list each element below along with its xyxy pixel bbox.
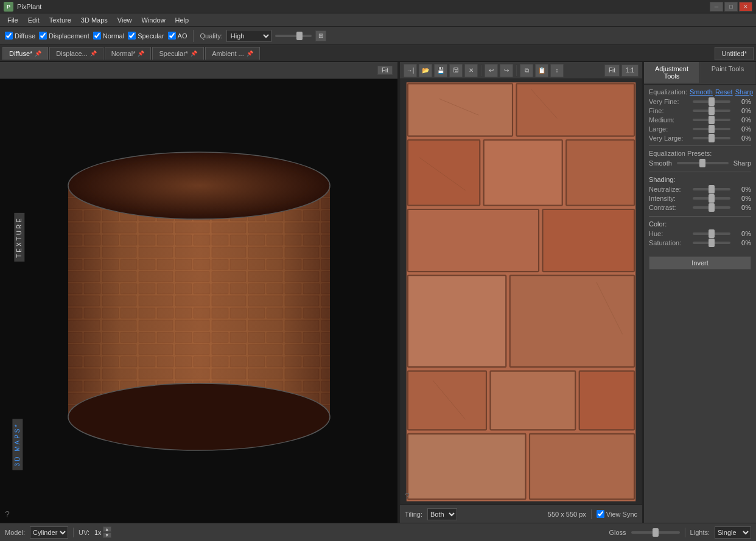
- shading-header: Shading:: [649, 176, 751, 183]
- titlebar: P PixPlant ─ □ ✕: [0, 0, 756, 13]
- check-ao[interactable]: AO: [168, 32, 187, 40]
- save-as-button[interactable]: 🖫: [449, 64, 463, 77]
- undo-button[interactable]: ↩: [485, 64, 498, 77]
- sidebar-tabs: Adjustment Tools Paint Tools: [644, 62, 756, 85]
- very-large-slider[interactable]: [693, 137, 730, 139]
- sharp-preset-label: Sharp: [733, 159, 751, 167]
- open-button[interactable]: 📂: [419, 64, 432, 77]
- pin-icon: 📌: [35, 51, 41, 57]
- close-doc-button[interactable]: ✕: [464, 64, 478, 77]
- separator-2: [481, 65, 481, 76]
- very-large-row: Very Large: 0%: [649, 134, 751, 142]
- panel-texture: →| 📂 💾 🖫 ✕ ↩ ↪ ⧉ 📋 ↕ Fit 1:1: [399, 62, 643, 523]
- check-displacement[interactable]: Displacement: [39, 32, 89, 40]
- texture-panel-toolbar: →| 📂 💾 🖫 ✕ ↩ ↪ ⧉ 📋 ↕ Fit 1:1: [400, 62, 642, 79]
- medium-label: Medium:: [649, 116, 690, 124]
- close-button[interactable]: ✕: [739, 2, 752, 12]
- check-normal[interactable]: Normal: [93, 32, 124, 40]
- hue-label: Hue:: [649, 230, 690, 237]
- contrast-slider[interactable]: [693, 206, 730, 209]
- tab-specular[interactable]: Specular* 📌: [152, 47, 204, 60]
- flip-button[interactable]: ↕: [550, 64, 564, 77]
- menu-file[interactable]: File: [2, 15, 23, 25]
- paste-button[interactable]: 📋: [535, 64, 548, 77]
- check-specular[interactable]: Specular: [128, 32, 164, 40]
- smooth-preset-label: Smooth: [649, 159, 672, 167]
- copy-button[interactable]: ⧉: [520, 64, 533, 77]
- fine-slider[interactable]: [693, 110, 730, 112]
- neutralize-row: Neutralize: 0%: [649, 186, 751, 193]
- neutralize-value: 0%: [734, 186, 751, 193]
- tab-paint-tools[interactable]: Paint Tools: [700, 62, 756, 84]
- uv-down-button[interactable]: ▼: [103, 532, 111, 538]
- reset-link[interactable]: Reset: [715, 88, 733, 96]
- tab-ambient[interactable]: Ambient ... 📌: [205, 47, 260, 60]
- maximize-button[interactable]: □: [724, 2, 738, 12]
- color-header: Color:: [649, 220, 751, 228]
- neutralize-slider[interactable]: [693, 188, 730, 190]
- menubar: File Edit Texture 3D Maps View Window He…: [0, 13, 756, 27]
- saturation-slider[interactable]: [693, 242, 730, 244]
- model-select[interactable]: Cylinder Sphere Plane: [30, 526, 68, 539]
- check-diffuse[interactable]: Diffuse: [5, 32, 35, 40]
- saturation-value: 0%: [734, 239, 751, 246]
- one-to-one-button[interactable]: 1:1: [621, 65, 639, 77]
- separator-3: [516, 65, 517, 76]
- smooth-link[interactable]: Smooth: [690, 88, 713, 96]
- quality-slider[interactable]: [275, 35, 312, 37]
- color-section: Color: Hue: 0% Saturation: 0%: [649, 220, 751, 246]
- sidebar: Adjustment Tools Paint Tools Equalizatio…: [643, 62, 756, 523]
- minimize-button[interactable]: ─: [710, 2, 723, 12]
- gloss-slider[interactable]: [631, 531, 680, 534]
- menu-texture[interactable]: Texture: [44, 15, 76, 25]
- view-sync-checkbox[interactable]: [597, 510, 604, 518]
- sharp-link[interactable]: Sharp: [735, 88, 753, 96]
- texture-view-area[interactable]: ?: [400, 79, 642, 504]
- 3dmaps-label: 3D MAPS*: [12, 419, 23, 470]
- hue-row: Hue: 0%: [649, 230, 751, 237]
- redo-button[interactable]: ↪: [500, 64, 513, 77]
- 3d-fit-button[interactable]: Fit: [377, 66, 393, 75]
- texture-help-icon[interactable]: ?: [405, 491, 410, 501]
- 3d-view-area[interactable]: ?: [0, 79, 397, 523]
- invert-button[interactable]: Invert: [649, 256, 751, 270]
- medium-slider[interactable]: [693, 119, 730, 121]
- shading-section: Shading: Neutralize: 0% Intensity: 0% Co…: [649, 176, 751, 211]
- help-icon[interactable]: ?: [5, 509, 10, 519]
- hue-slider[interactable]: [693, 232, 730, 235]
- statusbar: Model: Cylinder Sphere Plane UV: 1x ▲ ▼ …: [0, 523, 756, 541]
- toolbar: Diffuse Displacement Normal Specular AO …: [0, 27, 756, 45]
- equalization-header: Equalization: Smooth Reset Sharp: [649, 88, 751, 96]
- save-button[interactable]: 💾: [434, 64, 447, 77]
- menu-view[interactable]: View: [113, 15, 137, 25]
- large-slider[interactable]: [693, 128, 730, 130]
- menu-help[interactable]: Help: [170, 15, 194, 25]
- lights-select[interactable]: None Single Multiple: [715, 526, 751, 539]
- quality-select[interactable]: Low Medium High Very High: [226, 30, 271, 42]
- very-fine-slider[interactable]: [693, 100, 730, 103]
- texture-fit-button[interactable]: Fit: [604, 65, 620, 77]
- menu-edit[interactable]: Edit: [23, 15, 44, 25]
- menu-3dmaps[interactable]: 3D Maps: [76, 15, 113, 25]
- intensity-slider[interactable]: [693, 197, 730, 200]
- hue-value: 0%: [734, 230, 751, 237]
- very-fine-label: Very Fine:: [649, 98, 690, 105]
- uv-stepper: 1x ▲ ▼: [94, 526, 111, 538]
- tab-adjustment-tools[interactable]: Adjustment Tools: [644, 62, 700, 84]
- tiling-select[interactable]: None X Y Both: [427, 508, 457, 520]
- fine-row: Fine: 0%: [649, 107, 751, 114]
- app-icon: P: [4, 2, 13, 12]
- separator-4: [591, 509, 592, 519]
- tab-normal[interactable]: Normal* 📌: [105, 47, 152, 60]
- eq-preset-slider[interactable]: [677, 162, 729, 164]
- tab-displacement[interactable]: Displace... 📌: [49, 47, 103, 60]
- uv-up-button[interactable]: ▲: [103, 526, 111, 532]
- pin-icon-4: 📌: [191, 51, 197, 57]
- menu-window[interactable]: Window: [136, 15, 170, 25]
- tab-diffuse[interactable]: Diffuse* 📌: [2, 47, 48, 60]
- view-sync-label[interactable]: View Sync: [597, 510, 637, 518]
- cylinder-top: [68, 152, 330, 219]
- nav-button[interactable]: →|: [404, 64, 417, 77]
- lights-label: Lights:: [690, 529, 710, 536]
- expand-button[interactable]: ⊞: [315, 30, 326, 41]
